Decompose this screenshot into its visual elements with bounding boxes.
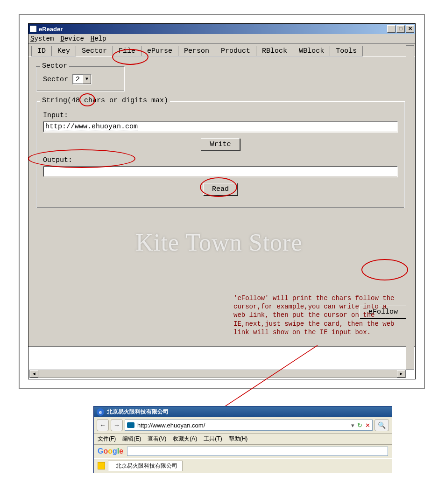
ie-title-text: 北京易火眼科技有限公司 [107, 408, 169, 416]
ie-titlebar: e 北京易火眼科技有限公司 [94, 406, 392, 417]
horizontal-scrollbar[interactable]: ◄ ► [29, 370, 406, 378]
google-search-input[interactable] [127, 447, 388, 456]
app-window: eReader _ □ ✕ System Device Help ID Key … [28, 23, 416, 379]
tab-key[interactable]: Key [51, 46, 76, 56]
ie-back-button[interactable]: ← [97, 419, 109, 431]
scroll-left-icon[interactable]: ◄ [30, 370, 38, 378]
tab-epurse[interactable]: ePurse [141, 46, 178, 56]
tab-product[interactable]: Product [215, 46, 256, 56]
ie-address-bar[interactable]: http://www.ehuoyan.com/ ▾ ↻ ✕ [125, 420, 373, 431]
maximize-button[interactable]: □ [396, 25, 405, 33]
sector-legend: Sector [40, 62, 69, 70]
close-button[interactable]: ✕ [406, 25, 414, 33]
tab-file[interactable]: File [113, 46, 141, 56]
sector-label: Sector [43, 76, 68, 84]
window-buttons: _ □ ✕ [387, 25, 414, 33]
ie-menu-fav[interactable]: 收藏夹(A) [173, 435, 197, 443]
efollow-button[interactable]: eFollow [360, 306, 407, 318]
input-textbox[interactable]: http://www.ehuoyan.com [43, 121, 398, 133]
tabbar: ID Key Sector File ePurse Person Product… [28, 44, 415, 57]
ie-menu-help[interactable]: 帮助(H) [229, 435, 248, 443]
minimize-button[interactable]: _ [387, 25, 396, 33]
tab-tools[interactable]: Tools [330, 46, 363, 56]
titlebar: eReader _ □ ✕ [28, 24, 415, 34]
ie-forward-button[interactable]: → [111, 419, 123, 431]
outer-frame: eReader _ □ ✕ System Device Help ID Key … [19, 14, 425, 389]
ie-navbar: ← → http://www.ehuoyan.com/ ▾ ↻ ✕ 🔍 [94, 417, 392, 434]
read-button[interactable]: Read [203, 183, 238, 196]
ie-refresh-icon[interactable]: ↻ [357, 422, 362, 429]
app-icon [29, 25, 37, 33]
ie-address-text: http://www.ehuoyan.com/ [137, 422, 205, 429]
menu-device[interactable]: Device [60, 35, 84, 42]
menu-system[interactable]: System [30, 35, 54, 42]
ie-tabbar: 北京易火眼科技有限公司 [94, 458, 392, 473]
ie-stop-icon[interactable]: ✕ [365, 422, 370, 429]
ie-favorites-icon[interactable] [98, 462, 105, 469]
output-textbox[interactable] [43, 166, 398, 177]
ie-menu-file[interactable]: 文件(F) [98, 435, 116, 443]
ie-favicon [127, 422, 134, 428]
tab-person[interactable]: Person [178, 46, 215, 56]
tab-wblock[interactable]: WBlock [293, 46, 330, 56]
ie-tab-label: 北京易火眼科技有限公司 [116, 462, 177, 470]
ie-menu-edit[interactable]: 编辑(E) [122, 435, 141, 443]
google-logo: Google [98, 447, 123, 455]
sector-combobox[interactable]: 2 ▼ [72, 74, 92, 84]
menubar: System Device Help [28, 34, 415, 44]
input-value: http://www.ehuoyan.com [45, 123, 138, 131]
ie-google-toolbar: Google [94, 445, 392, 458]
tab-id[interactable]: ID [31, 46, 52, 56]
ie-search-button[interactable]: 🔍 [374, 419, 389, 431]
window-title: eReader [39, 26, 63, 33]
string-group: String(48 chars or digits max) Input: ht… [36, 101, 405, 208]
sector-value: 2 [73, 76, 83, 84]
ie-menu-tools[interactable]: 工具(T) [204, 435, 222, 443]
string-legend: String(48 chars or digits max) [40, 97, 170, 105]
vertical-scrollbar[interactable] [406, 45, 414, 370]
menu-help[interactable]: Help [91, 35, 106, 42]
ie-dropdown-icon[interactable]: ▾ [351, 422, 354, 429]
tab-sector[interactable]: Sector [76, 46, 113, 56]
bottom-panel: ◄ ► [28, 346, 415, 379]
scroll-right-icon[interactable]: ► [397, 370, 405, 378]
sector-group: Sector Sector 2 ▼ [36, 66, 125, 91]
write-button[interactable]: Write [201, 138, 240, 151]
input-label: Input: [43, 112, 398, 119]
output-label: Output: [43, 156, 398, 164]
ie-menu-view[interactable]: 查看(V) [148, 435, 166, 443]
tab-rblock[interactable]: RBlock [256, 46, 293, 56]
ie-window: e 北京易火眼科技有限公司 ← → http://www.ehuoyan.com… [93, 406, 392, 473]
ie-menubar: 文件(F) 编辑(E) 查看(V) 收藏夹(A) 工具(T) 帮助(H) [94, 434, 392, 445]
client-area: Sector Sector 2 ▼ String(48 chars or dig… [28, 57, 415, 346]
ie-icon: e [97, 408, 104, 416]
dropdown-icon[interactable]: ▼ [83, 75, 91, 84]
ie-page-tab[interactable]: 北京易火眼科技有限公司 [108, 461, 183, 471]
